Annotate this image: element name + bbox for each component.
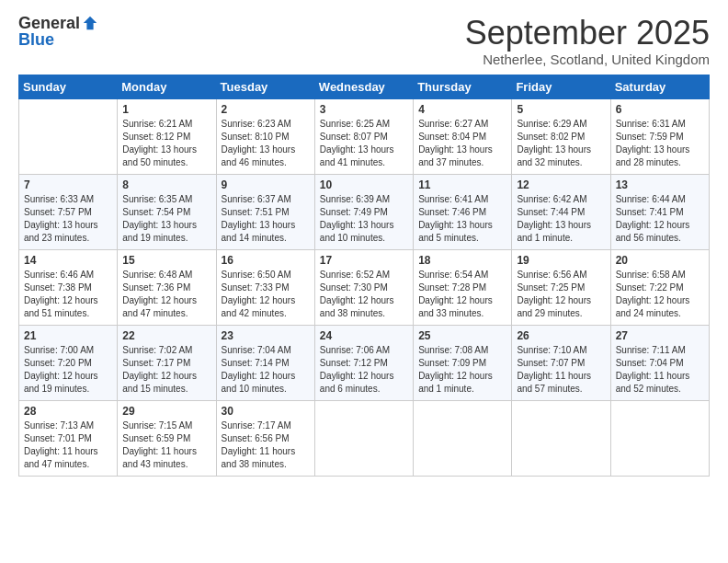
calendar-cell: 10Sunrise: 6:39 AM Sunset: 7:49 PM Dayli… xyxy=(314,174,413,249)
day-number: 30 xyxy=(222,405,310,418)
weekday-header: Friday xyxy=(512,75,610,98)
cell-text: Sunrise: 6:54 AM Sunset: 7:28 PM Dayligh… xyxy=(418,269,506,320)
calendar-cell: 17Sunrise: 6:52 AM Sunset: 7:30 PM Dayli… xyxy=(314,249,413,325)
calendar-cell: 7Sunrise: 6:33 AM Sunset: 7:57 PM Daylig… xyxy=(19,174,118,249)
calendar-cell: 1Sunrise: 6:21 AM Sunset: 8:12 PM Daylig… xyxy=(118,98,216,174)
calendar-cell: 12Sunrise: 6:42 AM Sunset: 7:44 PM Dayli… xyxy=(512,174,610,249)
calendar-cell: 15Sunrise: 6:48 AM Sunset: 7:36 PM Dayli… xyxy=(118,249,216,325)
day-number: 12 xyxy=(517,178,605,191)
title-area: September 2025 Netherlee, Scotland, Unit… xyxy=(465,15,710,67)
cell-text: Sunrise: 7:15 AM Sunset: 6:59 PM Dayligh… xyxy=(122,419,210,471)
weekday-header: Monday xyxy=(118,75,216,98)
location: Netherlee, Scotland, United Kingdom xyxy=(465,52,710,67)
cell-text: Sunrise: 6:44 AM Sunset: 7:41 PM Dayligh… xyxy=(616,193,704,245)
cell-text: Sunrise: 6:33 AM Sunset: 7:57 PM Dayligh… xyxy=(24,193,112,245)
weekday-header: Sunday xyxy=(19,75,118,98)
day-number: 20 xyxy=(616,254,704,267)
cell-text: Sunrise: 6:37 AM Sunset: 7:51 PM Dayligh… xyxy=(222,193,310,245)
calendar-cell: 30Sunrise: 7:17 AM Sunset: 6:56 PM Dayli… xyxy=(216,400,314,476)
header: General Blue September 2025 Netherlee, S… xyxy=(18,15,710,67)
cell-text: Sunrise: 7:08 AM Sunset: 7:09 PM Dayligh… xyxy=(418,344,506,396)
cell-text: Sunrise: 6:41 AM Sunset: 7:46 PM Dayligh… xyxy=(418,193,506,245)
day-number: 29 xyxy=(122,405,210,418)
day-number: 27 xyxy=(616,329,704,342)
cell-text: Sunrise: 6:58 AM Sunset: 7:22 PM Dayligh… xyxy=(616,269,704,320)
calendar-cell: 5Sunrise: 6:29 AM Sunset: 8:02 PM Daylig… xyxy=(512,98,610,174)
calendar-week-row: 14Sunrise: 6:46 AM Sunset: 7:38 PM Dayli… xyxy=(19,249,710,325)
day-number: 11 xyxy=(418,178,506,191)
day-number: 13 xyxy=(616,178,704,191)
day-number: 9 xyxy=(222,178,310,191)
calendar-cell: 28Sunrise: 7:13 AM Sunset: 7:01 PM Dayli… xyxy=(19,400,118,476)
cell-text: Sunrise: 6:27 AM Sunset: 8:04 PM Dayligh… xyxy=(418,118,506,169)
day-number: 17 xyxy=(320,254,408,267)
weekday-header: Tuesday xyxy=(216,75,314,98)
weekday-header: Saturday xyxy=(610,75,709,98)
page: General Blue September 2025 Netherlee, S… xyxy=(0,0,728,486)
calendar-week-row: 21Sunrise: 7:00 AM Sunset: 7:20 PM Dayli… xyxy=(19,325,710,400)
cell-text: Sunrise: 6:23 AM Sunset: 8:10 PM Dayligh… xyxy=(222,118,310,169)
calendar-cell: 24Sunrise: 7:06 AM Sunset: 7:12 PM Dayli… xyxy=(314,325,413,400)
calendar-cell: 18Sunrise: 6:54 AM Sunset: 7:28 PM Dayli… xyxy=(414,249,512,325)
day-number: 15 xyxy=(122,254,210,267)
calendar-cell: 13Sunrise: 6:44 AM Sunset: 7:41 PM Dayli… xyxy=(610,174,709,249)
weekday-header: Thursday xyxy=(414,75,512,98)
day-number: 26 xyxy=(517,329,605,342)
calendar-cell xyxy=(19,98,118,174)
cell-text: Sunrise: 6:25 AM Sunset: 8:07 PM Dayligh… xyxy=(320,118,408,169)
cell-text: Sunrise: 6:52 AM Sunset: 7:30 PM Dayligh… xyxy=(320,269,408,320)
calendar-cell: 27Sunrise: 7:11 AM Sunset: 7:04 PM Dayli… xyxy=(610,325,709,400)
calendar-cell xyxy=(512,400,610,476)
day-number: 8 xyxy=(122,178,210,191)
cell-text: Sunrise: 7:11 AM Sunset: 7:04 PM Dayligh… xyxy=(616,344,704,396)
calendar-cell: 26Sunrise: 7:10 AM Sunset: 7:07 PM Dayli… xyxy=(512,325,610,400)
calendar-cell: 3Sunrise: 6:25 AM Sunset: 8:07 PM Daylig… xyxy=(314,98,413,174)
logo-blue-text: Blue xyxy=(18,31,98,50)
day-number: 24 xyxy=(320,329,408,342)
calendar-cell: 4Sunrise: 6:27 AM Sunset: 8:04 PM Daylig… xyxy=(414,98,512,174)
cell-text: Sunrise: 7:00 AM Sunset: 7:20 PM Dayligh… xyxy=(24,344,112,396)
day-number: 7 xyxy=(24,178,112,191)
cell-text: Sunrise: 7:17 AM Sunset: 6:56 PM Dayligh… xyxy=(222,419,310,471)
calendar-cell: 16Sunrise: 6:50 AM Sunset: 7:33 PM Dayli… xyxy=(216,249,314,325)
cell-text: Sunrise: 6:48 AM Sunset: 7:36 PM Dayligh… xyxy=(122,269,210,320)
cell-text: Sunrise: 6:21 AM Sunset: 8:12 PM Dayligh… xyxy=(122,118,210,169)
calendar-cell xyxy=(610,400,709,476)
cell-text: Sunrise: 6:35 AM Sunset: 7:54 PM Dayligh… xyxy=(122,193,210,245)
calendar-week-row: 1Sunrise: 6:21 AM Sunset: 8:12 PM Daylig… xyxy=(19,98,710,174)
logo-icon xyxy=(82,15,98,31)
day-number: 4 xyxy=(418,103,506,116)
cell-text: Sunrise: 7:13 AM Sunset: 7:01 PM Dayligh… xyxy=(24,419,112,471)
cell-text: Sunrise: 6:31 AM Sunset: 7:59 PM Dayligh… xyxy=(616,118,704,169)
cell-text: Sunrise: 6:56 AM Sunset: 7:25 PM Dayligh… xyxy=(517,269,605,320)
cell-text: Sunrise: 6:46 AM Sunset: 7:38 PM Dayligh… xyxy=(24,269,112,320)
calendar-week-row: 28Sunrise: 7:13 AM Sunset: 7:01 PM Dayli… xyxy=(19,400,710,476)
day-number: 14 xyxy=(24,254,112,267)
cell-text: Sunrise: 7:06 AM Sunset: 7:12 PM Dayligh… xyxy=(320,344,408,396)
cell-text: Sunrise: 6:50 AM Sunset: 7:33 PM Dayligh… xyxy=(222,269,310,320)
day-number: 22 xyxy=(122,329,210,342)
day-number: 16 xyxy=(222,254,310,267)
month-title: September 2025 xyxy=(465,15,710,52)
cell-text: Sunrise: 7:02 AM Sunset: 7:17 PM Dayligh… xyxy=(122,344,210,396)
calendar-cell: 22Sunrise: 7:02 AM Sunset: 7:17 PM Dayli… xyxy=(118,325,216,400)
day-number: 5 xyxy=(517,103,605,116)
day-number: 1 xyxy=(122,103,210,116)
calendar-week-row: 7Sunrise: 6:33 AM Sunset: 7:57 PM Daylig… xyxy=(19,174,710,249)
weekday-header: Wednesday xyxy=(314,75,413,98)
logo: General Blue xyxy=(18,15,98,50)
day-number: 18 xyxy=(418,254,506,267)
day-number: 23 xyxy=(222,329,310,342)
calendar-cell: 6Sunrise: 6:31 AM Sunset: 7:59 PM Daylig… xyxy=(610,98,709,174)
day-number: 10 xyxy=(320,178,408,191)
cell-text: Sunrise: 7:04 AM Sunset: 7:14 PM Dayligh… xyxy=(222,344,310,396)
calendar-cell: 25Sunrise: 7:08 AM Sunset: 7:09 PM Dayli… xyxy=(414,325,512,400)
calendar-cell xyxy=(414,400,512,476)
calendar-cell: 2Sunrise: 6:23 AM Sunset: 8:10 PM Daylig… xyxy=(216,98,314,174)
calendar-cell: 19Sunrise: 6:56 AM Sunset: 7:25 PM Dayli… xyxy=(512,249,610,325)
day-number: 28 xyxy=(24,405,112,418)
day-number: 21 xyxy=(24,329,112,342)
calendar-cell: 29Sunrise: 7:15 AM Sunset: 6:59 PM Dayli… xyxy=(118,400,216,476)
cell-text: Sunrise: 6:39 AM Sunset: 7:49 PM Dayligh… xyxy=(320,193,408,245)
cell-text: Sunrise: 6:29 AM Sunset: 8:02 PM Dayligh… xyxy=(517,118,605,169)
